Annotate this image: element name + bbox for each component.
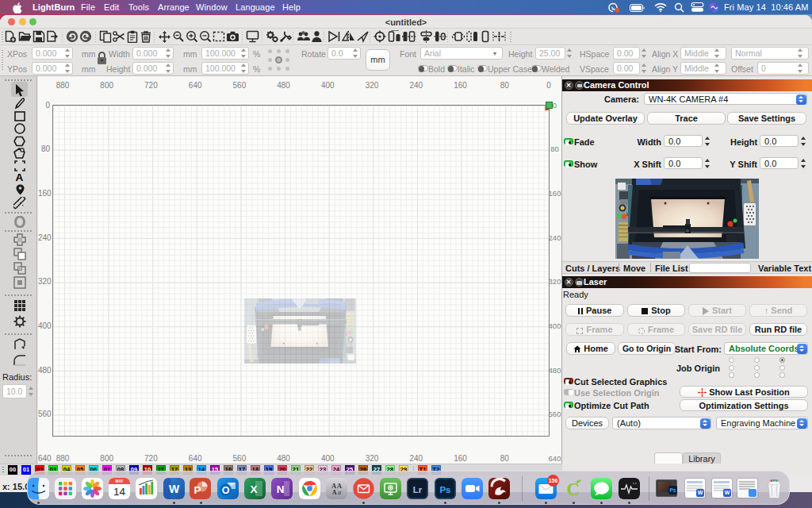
- svg-text:MAY: MAY: [115, 479, 123, 483]
- svg-text:N: N: [277, 483, 285, 495]
- svg-text:P: P: [193, 484, 201, 496]
- svg-text:X: X: [250, 483, 257, 495]
- svg-text:Lr: Lr: [413, 485, 423, 495]
- svg-text:14: 14: [113, 486, 125, 498]
- svg-text:O: O: [221, 485, 229, 496]
- svg-text:W: W: [168, 483, 179, 495]
- svg-text:Ps: Ps: [439, 485, 450, 495]
- svg-text:A a: A a: [331, 489, 340, 496]
